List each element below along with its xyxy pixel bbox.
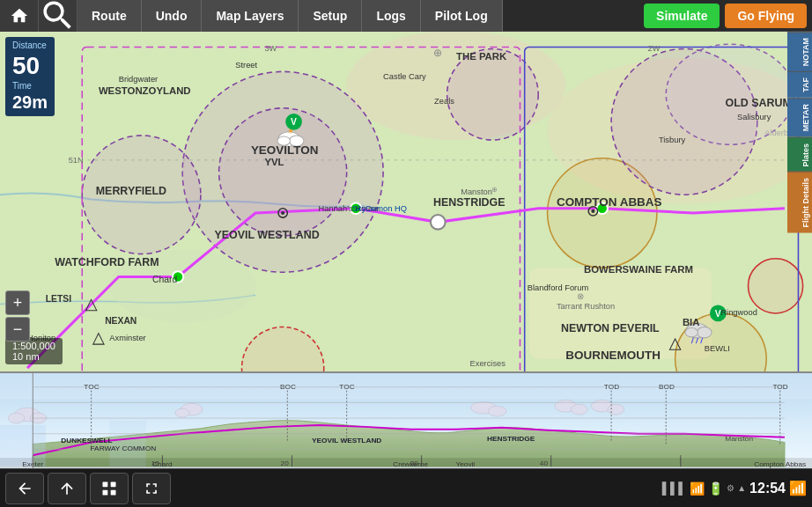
svg-text:BOD: BOD xyxy=(659,383,675,391)
search-button[interactable] xyxy=(39,0,78,32)
svg-text:⊗: ⊗ xyxy=(577,291,584,301)
svg-text:V: V xyxy=(291,117,297,127)
svg-text:YEOVIL WESTLAND: YEOVIL WESTLAND xyxy=(312,437,382,445)
clock-display: 12:54 xyxy=(749,481,786,496)
back-button[interactable] xyxy=(5,473,44,504)
svg-text:TOC: TOC xyxy=(84,383,100,391)
svg-point-22 xyxy=(281,211,284,215)
svg-rect-142 xyxy=(111,489,116,495)
svg-text:DUNKESWELL: DUNKESWELL xyxy=(61,437,112,445)
svg-rect-86 xyxy=(0,373,812,399)
svg-text:OLD SARUM: OLD SARUM xyxy=(726,97,792,109)
svg-point-31 xyxy=(685,327,698,336)
time-value: 29m xyxy=(12,92,48,113)
svg-text:Chard: Chard xyxy=(152,275,177,284)
status-area: ▌▌▌ 📶 🔋 ⚙ ▲ 12:54 📶 xyxy=(662,480,807,496)
time-label: Time xyxy=(12,81,48,92)
simulate-button[interactable]: Simulate xyxy=(644,4,720,28)
map-layers-button[interactable]: Map Layers xyxy=(202,0,299,32)
home-button[interactable] xyxy=(0,0,39,32)
metar-button[interactable]: METAR xyxy=(787,98,812,136)
svg-text:BEWLI: BEWLI xyxy=(705,344,730,353)
svg-text:NEXAN: NEXAN xyxy=(105,316,137,326)
svg-text:THE PARK: THE PARK xyxy=(456,51,507,62)
svg-text:Manston: Manston xyxy=(725,435,753,443)
svg-text:NEWTON PEVERIL: NEWTON PEVERIL xyxy=(561,322,660,334)
notam-button[interactable]: NOTAM xyxy=(787,32,812,71)
svg-text:3W: 3W xyxy=(264,44,277,53)
svg-text:Tisbury: Tisbury xyxy=(659,136,686,144)
svg-point-95 xyxy=(488,406,506,416)
svg-text:WESTONZOYLAND: WESTONZOYLAND xyxy=(99,85,191,96)
battery-icon: 🔋 xyxy=(708,481,723,496)
svg-text:WATCHFORD FARM: WATCHFORD FARM xyxy=(55,256,159,268)
svg-text:Compton Abbas: Compton Abbas xyxy=(754,460,806,468)
elevation-profile: 5000 4000 3000 2000 1000 0 xyxy=(0,371,812,468)
svg-text:Ringwood: Ringwood xyxy=(720,308,757,317)
fullscreen-button[interactable] xyxy=(132,473,171,504)
svg-text:TOC: TOC xyxy=(339,383,355,391)
svg-text:BOURNEMOUTH: BOURNEMOUTH xyxy=(565,349,661,362)
windows-button[interactable] xyxy=(90,473,129,504)
taf-button[interactable]: TAF xyxy=(787,71,812,98)
svg-point-24 xyxy=(591,209,594,213)
top-navigation: Route Undo Map Layers Setup Logs Pilot L… xyxy=(0,0,812,32)
svg-point-99 xyxy=(608,404,624,415)
scale-distance: 10 nm xyxy=(12,351,55,362)
svg-text:Street: Street xyxy=(235,61,257,70)
go-flying-button[interactable]: Go Flying xyxy=(725,4,807,28)
svg-point-6 xyxy=(219,108,347,236)
svg-text:HENSTRIDGE: HENSTRIDGE xyxy=(433,196,505,209)
zoom-in-button[interactable]: + xyxy=(5,290,30,315)
system-icons: ⚙ ▲ xyxy=(727,483,746,493)
svg-text:BOC: BOC xyxy=(280,383,296,391)
map-svg: ☀ V V 51N 2W 3W Bridgwater xyxy=(0,32,812,371)
elevation-svg: TOC BOC TOC TOD BOD TOD 10 xyxy=(0,373,812,468)
distance-label: Distance xyxy=(12,40,48,51)
route-button[interactable]: Route xyxy=(78,0,142,32)
svg-text:Tarrant Rushton: Tarrant Rushton xyxy=(557,302,615,311)
distance-time-panel: Distance 50 Time 29m xyxy=(5,37,55,116)
svg-text:YEOVIL WESTLAND: YEOVIL WESTLAND xyxy=(214,229,319,241)
svg-point-93 xyxy=(175,408,190,417)
svg-point-14 xyxy=(748,259,802,313)
svg-text:TOD: TOD xyxy=(604,383,620,391)
svg-text:SkyDemon HQ: SkyDemon HQ xyxy=(352,204,407,213)
svg-point-19 xyxy=(431,215,446,230)
svg-text:⊕: ⊕ xyxy=(433,47,442,59)
svg-text:Bridgwater: Bridgwater xyxy=(119,75,159,84)
zoom-controls: + − xyxy=(5,290,30,343)
up-button[interactable] xyxy=(48,473,86,504)
svg-text:Chard: Chard xyxy=(152,460,173,468)
wifi-strength-icon: 📶 xyxy=(789,480,807,496)
svg-rect-139 xyxy=(103,481,108,487)
svg-text:Yeovil: Yeovil xyxy=(455,460,475,468)
svg-rect-141 xyxy=(103,489,108,495)
svg-text:FARWAY COMMON: FARWAY COMMON xyxy=(91,445,157,453)
main-content-area: ☀ V V 51N 2W 3W Bridgwater xyxy=(0,32,812,468)
flight-details-button[interactable]: Flight Details xyxy=(787,172,812,233)
bottom-status-bar: ▌▌▌ 📶 🔋 ⚙ ▲ 12:54 📶 xyxy=(0,468,812,507)
pilot-log-button[interactable]: Pilot Log xyxy=(421,0,503,32)
svg-point-90 xyxy=(8,413,25,423)
svg-text:Manston: Manston xyxy=(461,187,492,196)
svg-text:LETSI: LETSI xyxy=(46,294,71,304)
logs-button[interactable]: Logs xyxy=(362,0,420,32)
svg-point-97 xyxy=(572,404,588,415)
setup-button[interactable]: Setup xyxy=(299,0,362,32)
svg-rect-140 xyxy=(111,481,116,487)
right-panel-buttons: NOTAM TAF METAR Plates Flight Details xyxy=(787,32,812,233)
svg-text:YEOVILTON: YEOVILTON xyxy=(251,143,319,157)
map-area[interactable]: ☀ V V 51N 2W 3W Bridgwater xyxy=(0,32,812,371)
svg-text:Crewkerne: Crewkerne xyxy=(393,460,429,468)
zoom-out-button[interactable]: − xyxy=(5,317,30,342)
svg-text:Axminster: Axminster xyxy=(109,334,145,342)
plates-button[interactable]: Plates xyxy=(787,137,812,173)
svg-text:⊕: ⊕ xyxy=(491,186,498,194)
svg-point-30 xyxy=(697,327,712,337)
undo-button[interactable]: Undo xyxy=(142,0,203,32)
svg-text:Salisbury: Salisbury xyxy=(737,113,771,121)
distance-value: 50 xyxy=(12,51,48,81)
svg-text:MERRYFIELD: MERRYFIELD xyxy=(96,185,166,197)
signal-bars-icon: ▌▌▌ xyxy=(662,481,687,495)
